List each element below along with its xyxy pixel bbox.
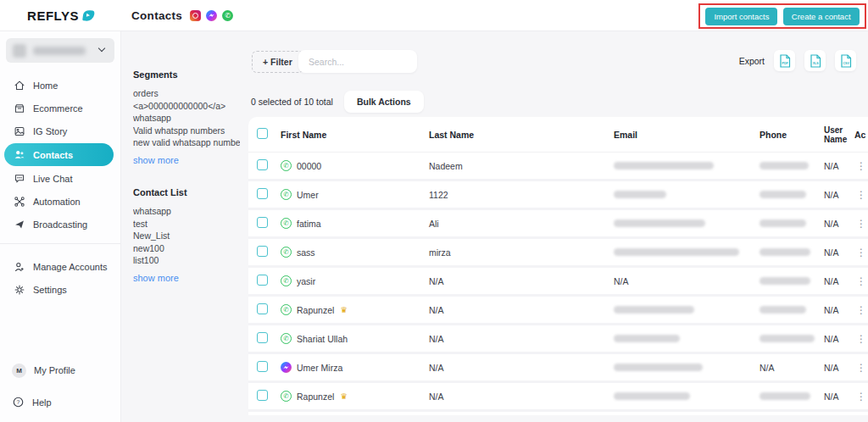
account-avatar xyxy=(13,44,26,58)
row-checkbox[interactable] xyxy=(257,303,268,314)
select-all-checkbox[interactable] xyxy=(257,128,268,139)
column-header-phone: Phone xyxy=(760,130,824,140)
sidebar-item-label: Home xyxy=(33,81,58,91)
sidebar-item-help[interactable]: ? Help xyxy=(0,390,120,415)
selection-row: 0 selected of 10 total Bulk Actions xyxy=(251,91,424,113)
sidebar-item-manage-accounts[interactable]: Manage Accounts xyxy=(0,255,120,278)
sidebar-footer: M My Profile ? Help xyxy=(0,358,120,415)
contact-list-item[interactable]: whatsapp xyxy=(133,205,240,218)
sidebar-item-my-profile[interactable]: M My Profile xyxy=(0,358,120,383)
settings-icon xyxy=(14,284,25,296)
column-header-ac: Ac xyxy=(854,130,868,140)
table-row: ✆sassmirzaN/A⋮ xyxy=(248,239,868,268)
top-bar: REFLYS Contacts ✆ Import contacts Create… xyxy=(0,0,868,31)
sidebar-item-live-chat[interactable]: Live Chat xyxy=(0,167,120,190)
contact-list-item[interactable]: new100 xyxy=(133,242,240,255)
table-row: ✆Shariat UllahN/AN/A⋮ xyxy=(248,325,868,354)
filter-button[interactable]: + Filter xyxy=(252,51,303,73)
sidebar-item-settings[interactable]: Settings xyxy=(0,278,120,301)
contact-list-item[interactable]: list100 xyxy=(133,254,240,267)
segment-item[interactable]: <a>000000000000</a> xyxy=(133,100,240,113)
sidebar-item-contacts[interactable]: Contacts xyxy=(4,143,114,166)
create-contact-button[interactable]: Create a contact xyxy=(783,8,860,25)
bulk-actions-button[interactable]: Bulk Actions xyxy=(344,91,424,113)
brand-logo: REFLYS xyxy=(0,8,121,23)
first-name: Umer Mirza xyxy=(297,363,342,373)
first-name-cell: ✆00000 xyxy=(281,160,429,171)
contact-list-item[interactable]: test xyxy=(133,218,240,230)
xls-export-icon[interactable]: XLS xyxy=(804,50,826,71)
contacts-table: First NameLast NameEmailPhoneUser NameAc… xyxy=(248,117,868,415)
help-icon: ? xyxy=(12,396,25,410)
csv-export-icon[interactable]: CSV xyxy=(835,50,856,71)
crown-icon: ♛ xyxy=(340,305,348,314)
email-cell xyxy=(614,190,760,200)
contact-list-list: whatsapptestNew_Listnew100list100 xyxy=(133,205,240,267)
last-name-cell: Ali xyxy=(429,219,614,229)
table-row: ✆Rapunzel♛N/AN/A⋮ xyxy=(248,383,868,412)
column-header-first-name: First Name xyxy=(281,130,429,140)
whatsapp-icon: ✆ xyxy=(281,391,292,402)
sidebar-item-ecommerce[interactable]: Ecommerce xyxy=(0,97,120,119)
phone-cell-redacted xyxy=(760,191,806,198)
contact-list-show-more-link[interactable]: show more xyxy=(133,273,179,283)
table-body: ✆00000NadeemN/A⋮✆Umer1122N/A⋮✆fatimaAliN… xyxy=(248,153,868,412)
segment-item[interactable]: whatsapp xyxy=(133,112,240,125)
sidebar-item-ig-story[interactable]: IG Story xyxy=(0,119,120,142)
row-checkbox[interactable] xyxy=(257,332,268,343)
segments-show-more-link[interactable]: show more xyxy=(133,155,179,165)
email-cell-redacted xyxy=(614,248,739,256)
email-cell xyxy=(614,161,760,171)
row-actions-menu[interactable]: ⋮ xyxy=(854,189,868,201)
row-checkbox[interactable] xyxy=(257,361,268,372)
sidebar-item-home[interactable]: Home xyxy=(0,74,120,97)
segment-item[interactable]: Valid whatspp numbers xyxy=(133,125,240,137)
segments-list: orders<a>000000000000</a>whatsappValid w… xyxy=(133,87,240,149)
automation-icon xyxy=(14,196,25,208)
row-checkbox[interactable] xyxy=(257,188,268,199)
row-actions-menu[interactable]: ⋮ xyxy=(854,275,868,287)
pdf-export-icon[interactable]: PDF xyxy=(774,50,795,71)
phone-cell xyxy=(760,391,824,402)
chevron-down-icon xyxy=(98,45,105,52)
phone-cell xyxy=(760,305,824,315)
sidebar: HomeEcommerceIG StoryContactsLive ChatAu… xyxy=(0,31,121,422)
row-checkbox[interactable] xyxy=(257,246,268,257)
phone-cell xyxy=(760,334,824,344)
svg-text:XLS: XLS xyxy=(812,61,819,64)
first-name: Rapunzel xyxy=(297,391,334,402)
broadcasting-icon xyxy=(14,219,25,230)
row-actions-menu[interactable]: ⋮ xyxy=(854,304,868,316)
row-checkbox[interactable] xyxy=(257,275,268,286)
table-row: ✆00000NadeemN/A⋮ xyxy=(248,153,868,181)
last-name-cell: Nadeem xyxy=(429,161,614,171)
row-actions-menu[interactable]: ⋮ xyxy=(854,247,868,258)
row-actions-menu[interactable]: ⋮ xyxy=(854,333,868,345)
row-actions-menu[interactable]: ⋮ xyxy=(854,160,868,172)
account-selector[interactable] xyxy=(6,38,114,63)
table-row: ✆Rapunzel♛N/AN/A⋮ xyxy=(248,297,868,325)
contact-list-item[interactable]: New_List xyxy=(133,230,240,242)
account-name-redacted xyxy=(33,47,86,55)
row-actions-menu[interactable]: ⋮ xyxy=(854,391,868,403)
sidebar-item-label: Live Chat xyxy=(33,174,72,184)
row-checkbox[interactable] xyxy=(257,217,268,228)
email-cell-redacted xyxy=(614,191,666,198)
row-actions-menu[interactable]: ⋮ xyxy=(854,362,868,374)
sidebar-item-broadcasting[interactable]: Broadcasting xyxy=(0,213,120,236)
sidebar-item-label: Settings xyxy=(33,285,67,295)
user-name-cell: N/A xyxy=(824,247,854,258)
row-actions-menu[interactable]: ⋮ xyxy=(854,218,868,230)
first-name-cell: Umer Mirza xyxy=(281,362,429,373)
sidebar-item-automation[interactable]: Automation xyxy=(0,190,120,213)
first-name-cell: ✆sass xyxy=(281,247,429,258)
last-name-cell: 1122 xyxy=(429,190,614,200)
segment-item[interactable]: orders xyxy=(133,87,240,100)
row-checkbox[interactable] xyxy=(257,390,268,401)
my-profile-label: My Profile xyxy=(34,365,75,375)
segment-item[interactable]: new valid whatsapp number xyxy=(133,136,240,149)
user-name-cell: N/A xyxy=(824,161,854,171)
row-checkbox[interactable] xyxy=(257,159,268,170)
import-contacts-button[interactable]: Import contacts xyxy=(705,8,777,25)
search-input[interactable] xyxy=(298,50,417,73)
